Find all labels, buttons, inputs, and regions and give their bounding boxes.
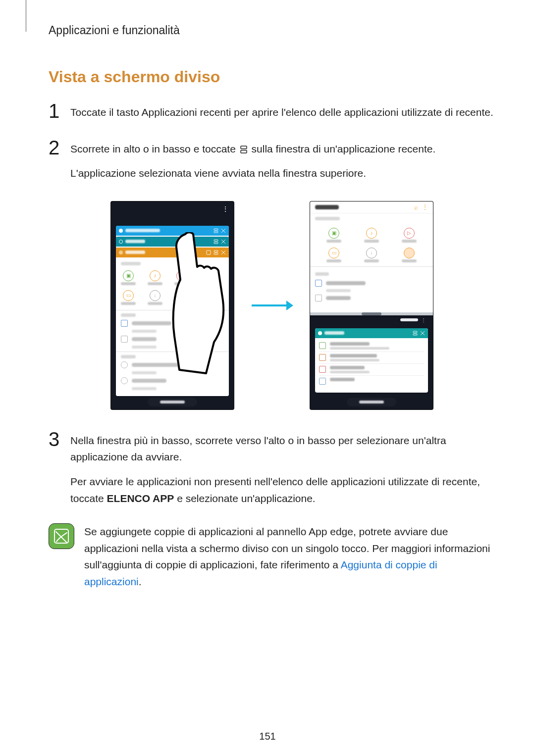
figure-phone-left: ⋮ [111, 202, 234, 409]
step-3-line2-post: e selezionate un'applicazione. [174, 493, 315, 504]
svg-rect-1 [241, 151, 247, 153]
note: Se aggiungete coppie di applicazioni al … [49, 523, 495, 590]
phone2-more-icon: ⋮ [422, 203, 428, 210]
step-3-line2: Per avviare le applicazioni non presenti… [70, 473, 495, 506]
page-number: 151 [0, 731, 535, 742]
svg-rect-12 [413, 334, 417, 335]
split-divider-handle [362, 312, 381, 315]
close-all-button-2 [347, 398, 396, 406]
note-icon [49, 523, 74, 549]
phone1-more-icon: ⋮ [222, 205, 229, 212]
search-icon: ⌕ [414, 203, 418, 211]
step-2-number: 2 [49, 138, 70, 190]
recents-card-3: ▣ ♪ ▷ ▭ ↓ [116, 248, 229, 396]
step-2: 2 Scorrete in alto o in basso e toccate … [49, 138, 495, 190]
svg-rect-11 [413, 331, 417, 333]
app-list-button-visual: ⋮ [400, 317, 427, 323]
svg-rect-0 [241, 146, 247, 149]
step-2-line2: L'applicazione selezionata viene avviata… [70, 165, 495, 182]
top-app-pane: ⌕ ⋮ ▣ ♪ ▷ ▭ ↓ [310, 202, 433, 314]
step-2-pre: Scorrete in alto o in basso e toccate [70, 143, 239, 154]
svg-rect-8 [214, 253, 218, 254]
step-2-post: sulla finestra di un'applicazione recent… [252, 143, 436, 154]
split-screen-icon [240, 146, 247, 153]
breadcrumb-header: Applicazioni e funzionalità [49, 24, 495, 37]
figure-phone-right: ⌕ ⋮ ▣ ♪ ▷ ▭ ↓ [310, 202, 433, 409]
svg-rect-3 [214, 231, 218, 233]
recents-card-1 [116, 226, 229, 238]
recents-card-2 [116, 237, 229, 249]
svg-marker-10 [286, 301, 293, 310]
svg-rect-4 [214, 240, 218, 241]
step-3: 3 Nella finestra più in basso, scorrete … [49, 429, 495, 514]
close-all-button [148, 398, 197, 406]
section-heading: Vista a schermo diviso [49, 68, 495, 86]
svg-rect-5 [214, 242, 218, 244]
note-text-post: . [139, 576, 142, 587]
step-1-number: 1 [49, 101, 70, 129]
note-text: Se aggiungete coppie di applicazioni al … [84, 523, 495, 590]
step-1-text: Toccate il tasto Applicazioni recenti pe… [70, 104, 495, 121]
step-3-line1: Nella finestra più in basso, scorrete ve… [70, 432, 495, 465]
elenco-app-label: ELENCO APP [107, 493, 174, 504]
step-3-number: 3 [49, 429, 70, 514]
step-1: 1 Toccate il tasto Applicazioni recenti … [49, 101, 495, 129]
svg-rect-2 [214, 229, 218, 230]
step-2-line1: Scorrete in alto o in basso e toccate su… [70, 141, 495, 157]
figure: ⋮ [49, 202, 495, 409]
arrow-right-icon [251, 296, 293, 315]
svg-rect-7 [214, 251, 218, 252]
svg-rect-6 [207, 251, 211, 254]
